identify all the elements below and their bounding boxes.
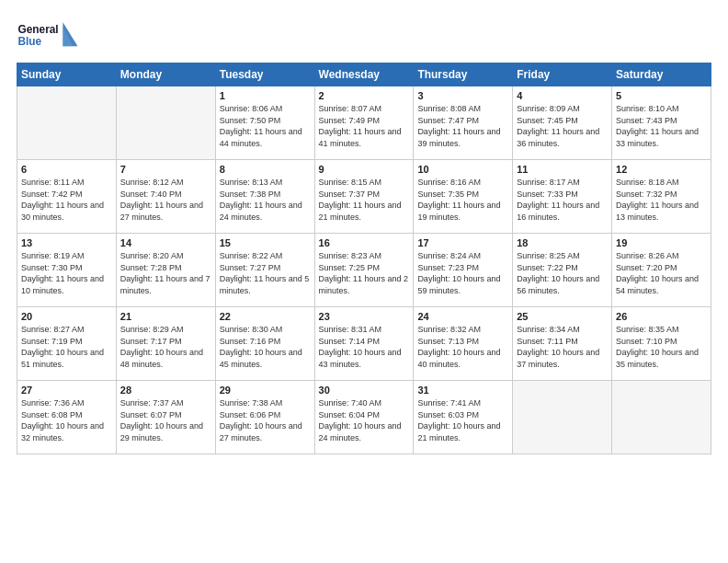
day-number: 26 bbox=[616, 311, 707, 322]
day-number: 16 bbox=[319, 237, 410, 248]
week-row-2: 6Sunrise: 8:11 AMSunset: 7:42 PMDaylight… bbox=[17, 160, 711, 234]
day-info: Sunrise: 8:24 AMSunset: 7:23 PMDaylight:… bbox=[417, 250, 508, 296]
calendar-cell: 25Sunrise: 8:34 AMSunset: 7:11 PMDayligh… bbox=[513, 307, 612, 381]
weekday-header-saturday: Saturday bbox=[612, 63, 711, 86]
calendar-cell: 26Sunrise: 8:35 AMSunset: 7:10 PMDayligh… bbox=[612, 307, 711, 381]
page: General Blue SundayMondayTuesdayWednesda… bbox=[0, 0, 728, 563]
calendar-cell: 19Sunrise: 8:26 AMSunset: 7:20 PMDayligh… bbox=[612, 234, 711, 307]
calendar-cell: 17Sunrise: 8:24 AMSunset: 7:23 PMDayligh… bbox=[414, 234, 513, 307]
header: General Blue bbox=[17, 17, 711, 53]
calendar-cell: 21Sunrise: 8:29 AMSunset: 7:17 PMDayligh… bbox=[116, 307, 215, 381]
day-info: Sunrise: 8:20 AMSunset: 7:28 PMDaylight:… bbox=[120, 250, 211, 296]
weekday-header-sunday: Sunday bbox=[17, 63, 117, 86]
day-info: Sunrise: 7:40 AMSunset: 6:04 PMDaylight:… bbox=[319, 397, 410, 443]
day-number: 7 bbox=[120, 164, 211, 175]
calendar-cell: 14Sunrise: 8:20 AMSunset: 7:28 PMDayligh… bbox=[116, 234, 215, 307]
calendar-cell bbox=[17, 86, 117, 160]
day-number: 5 bbox=[616, 90, 707, 101]
calendar-cell: 20Sunrise: 8:27 AMSunset: 7:19 PMDayligh… bbox=[17, 307, 117, 381]
day-info: Sunrise: 8:07 AMSunset: 7:49 PMDaylight:… bbox=[319, 103, 410, 149]
calendar-cell: 1Sunrise: 8:06 AMSunset: 7:50 PMDaylight… bbox=[215, 86, 314, 160]
calendar-cell: 2Sunrise: 8:07 AMSunset: 7:49 PMDaylight… bbox=[314, 86, 414, 160]
day-info: Sunrise: 7:36 AMSunset: 6:08 PMDaylight:… bbox=[21, 397, 112, 443]
day-number: 13 bbox=[21, 237, 112, 248]
week-row-4: 20Sunrise: 8:27 AMSunset: 7:19 PMDayligh… bbox=[17, 307, 711, 381]
week-row-1: 1Sunrise: 8:06 AMSunset: 7:50 PMDaylight… bbox=[17, 86, 711, 160]
weekday-header-friday: Friday bbox=[513, 63, 612, 86]
calendar-cell: 6Sunrise: 8:11 AMSunset: 7:42 PMDaylight… bbox=[17, 160, 117, 234]
day-number: 6 bbox=[21, 164, 112, 175]
calendar-cell bbox=[513, 381, 612, 454]
calendar-cell: 18Sunrise: 8:25 AMSunset: 7:22 PMDayligh… bbox=[513, 234, 612, 307]
calendar-cell: 24Sunrise: 8:32 AMSunset: 7:13 PMDayligh… bbox=[414, 307, 513, 381]
calendar-cell: 8Sunrise: 8:13 AMSunset: 7:38 PMDaylight… bbox=[215, 160, 314, 234]
calendar-cell: 15Sunrise: 8:22 AMSunset: 7:27 PMDayligh… bbox=[215, 234, 314, 307]
day-info: Sunrise: 8:29 AMSunset: 7:17 PMDaylight:… bbox=[120, 324, 211, 370]
day-number: 4 bbox=[517, 90, 608, 101]
weekday-header-monday: Monday bbox=[116, 63, 215, 86]
day-number: 24 bbox=[417, 311, 508, 322]
calendar-cell: 31Sunrise: 7:41 AMSunset: 6:03 PMDayligh… bbox=[414, 381, 513, 454]
week-row-5: 27Sunrise: 7:36 AMSunset: 6:08 PMDayligh… bbox=[17, 381, 711, 454]
day-info: Sunrise: 8:08 AMSunset: 7:47 PMDaylight:… bbox=[417, 103, 508, 149]
calendar-cell: 11Sunrise: 8:17 AMSunset: 7:33 PMDayligh… bbox=[513, 160, 612, 234]
calendar-cell: 30Sunrise: 7:40 AMSunset: 6:04 PMDayligh… bbox=[314, 381, 414, 454]
weekday-header-tuesday: Tuesday bbox=[215, 63, 314, 86]
weekday-header-thursday: Thursday bbox=[414, 63, 513, 86]
calendar-cell: 3Sunrise: 8:08 AMSunset: 7:47 PMDaylight… bbox=[414, 86, 513, 160]
weekday-header-row: SundayMondayTuesdayWednesdayThursdayFrid… bbox=[17, 63, 711, 86]
day-number: 18 bbox=[517, 237, 608, 248]
day-number: 8 bbox=[220, 164, 311, 175]
calendar-cell: 7Sunrise: 8:12 AMSunset: 7:40 PMDaylight… bbox=[116, 160, 215, 234]
calendar-table: SundayMondayTuesdayWednesdayThursdayFrid… bbox=[17, 63, 711, 454]
week-row-3: 13Sunrise: 8:19 AMSunset: 7:30 PMDayligh… bbox=[17, 234, 711, 307]
day-number: 22 bbox=[220, 311, 311, 322]
calendar-cell: 13Sunrise: 8:19 AMSunset: 7:30 PMDayligh… bbox=[17, 234, 117, 307]
calendar-cell: 16Sunrise: 8:23 AMSunset: 7:25 PMDayligh… bbox=[314, 234, 414, 307]
day-info: Sunrise: 8:15 AMSunset: 7:37 PMDaylight:… bbox=[319, 177, 410, 223]
day-info: Sunrise: 8:16 AMSunset: 7:35 PMDaylight:… bbox=[417, 177, 508, 223]
day-number: 2 bbox=[319, 90, 410, 101]
logo: General Blue bbox=[17, 17, 81, 53]
day-number: 19 bbox=[616, 237, 707, 248]
calendar-cell bbox=[116, 86, 215, 160]
weekday-header-wednesday: Wednesday bbox=[314, 63, 414, 86]
day-info: Sunrise: 8:06 AMSunset: 7:50 PMDaylight:… bbox=[220, 103, 311, 149]
calendar-cell: 29Sunrise: 7:38 AMSunset: 6:06 PMDayligh… bbox=[215, 381, 314, 454]
calendar-cell: 4Sunrise: 8:09 AMSunset: 7:45 PMDaylight… bbox=[513, 86, 612, 160]
day-number: 25 bbox=[517, 311, 608, 322]
day-number: 11 bbox=[517, 164, 608, 175]
day-info: Sunrise: 8:34 AMSunset: 7:11 PMDaylight:… bbox=[517, 324, 608, 370]
day-number: 1 bbox=[220, 90, 311, 101]
day-info: Sunrise: 8:23 AMSunset: 7:25 PMDaylight:… bbox=[319, 250, 410, 296]
day-info: Sunrise: 8:31 AMSunset: 7:14 PMDaylight:… bbox=[319, 324, 410, 370]
calendar-cell: 27Sunrise: 7:36 AMSunset: 6:08 PMDayligh… bbox=[17, 381, 117, 454]
calendar-cell: 23Sunrise: 8:31 AMSunset: 7:14 PMDayligh… bbox=[314, 307, 414, 381]
day-info: Sunrise: 8:22 AMSunset: 7:27 PMDaylight:… bbox=[220, 250, 311, 296]
day-number: 27 bbox=[21, 385, 112, 396]
day-number: 17 bbox=[417, 237, 508, 248]
calendar-cell: 5Sunrise: 8:10 AMSunset: 7:43 PMDaylight… bbox=[612, 86, 711, 160]
day-info: Sunrise: 8:32 AMSunset: 7:13 PMDaylight:… bbox=[417, 324, 508, 370]
day-number: 10 bbox=[417, 164, 508, 175]
day-number: 28 bbox=[120, 385, 211, 396]
day-info: Sunrise: 8:13 AMSunset: 7:38 PMDaylight:… bbox=[220, 177, 311, 223]
calendar-cell: 12Sunrise: 8:18 AMSunset: 7:32 PMDayligh… bbox=[612, 160, 711, 234]
day-info: Sunrise: 8:27 AMSunset: 7:19 PMDaylight:… bbox=[21, 324, 112, 370]
day-info: Sunrise: 8:19 AMSunset: 7:30 PMDaylight:… bbox=[21, 250, 112, 296]
calendar-cell: 22Sunrise: 8:30 AMSunset: 7:16 PMDayligh… bbox=[215, 307, 314, 381]
day-number: 3 bbox=[417, 90, 508, 101]
day-number: 31 bbox=[417, 385, 508, 396]
svg-text:General: General bbox=[17, 23, 58, 36]
day-info: Sunrise: 8:10 AMSunset: 7:43 PMDaylight:… bbox=[616, 103, 707, 149]
day-info: Sunrise: 7:41 AMSunset: 6:03 PMDaylight:… bbox=[417, 397, 508, 443]
logo-svg: General Blue bbox=[17, 17, 81, 53]
day-number: 14 bbox=[120, 237, 211, 248]
calendar-cell: 28Sunrise: 7:37 AMSunset: 6:07 PMDayligh… bbox=[116, 381, 215, 454]
day-info: Sunrise: 8:25 AMSunset: 7:22 PMDaylight:… bbox=[517, 250, 608, 296]
day-info: Sunrise: 8:18 AMSunset: 7:32 PMDaylight:… bbox=[616, 177, 707, 223]
day-info: Sunrise: 8:17 AMSunset: 7:33 PMDaylight:… bbox=[517, 177, 608, 223]
day-number: 20 bbox=[21, 311, 112, 322]
day-number: 9 bbox=[319, 164, 410, 175]
day-number: 12 bbox=[616, 164, 707, 175]
